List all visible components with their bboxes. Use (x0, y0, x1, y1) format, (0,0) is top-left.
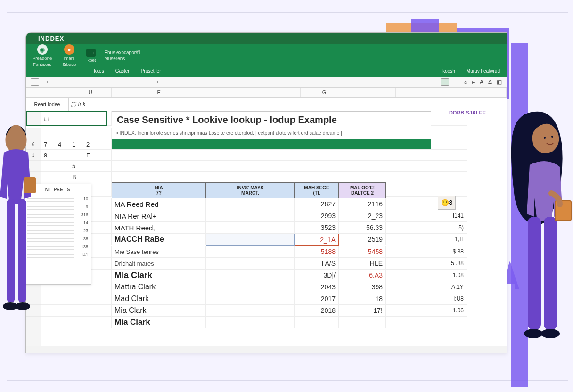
name-cell[interactable]: Mad Clark (112, 293, 206, 305)
cell[interactable] (69, 317, 83, 328)
cell[interactable] (206, 258, 295, 270)
cell[interactable] (386, 270, 431, 281)
col-j[interactable] (440, 88, 507, 97)
cell[interactable]: B (69, 172, 83, 182)
cell[interactable] (431, 172, 467, 182)
underline-icon[interactable]: A̲ (480, 79, 483, 85)
name-cell[interactable]: MATH Reed, (112, 222, 206, 234)
name-cell[interactable]: MACCH RaBe (112, 234, 206, 245)
ribbon-tab-praset[interactable]: Praset ler (141, 68, 161, 74)
cell[interactable] (55, 150, 69, 161)
side-cell[interactable]: A,1Y (431, 281, 467, 293)
side-label-box[interactable]: DORB SJALEE (439, 107, 496, 118)
cell[interactable]: 5 (69, 161, 83, 172)
cell[interactable] (206, 246, 295, 258)
ribbon-btn-roet[interactable]: ▭ Roet (84, 49, 98, 63)
name-cell[interactable]: Mia Clark (112, 317, 206, 328)
cell[interactable] (431, 182, 467, 197)
ribbon-right-koosh[interactable]: koosh (442, 68, 455, 74)
value-cell[interactable]: 56.33 (339, 222, 386, 234)
value-cell[interactable]: 2519 (339, 234, 386, 245)
value-cell[interactable]: 2827 (295, 198, 339, 210)
table-header-3[interactable]: MAH SEGE (Tl. (295, 182, 339, 198)
ribbon-tab-gaster[interactable]: Gaster (115, 68, 130, 74)
name-cell[interactable]: Mie Sase tenres (112, 246, 206, 258)
cell-selected[interactable] (206, 234, 295, 246)
cell[interactable] (83, 293, 112, 305)
cell[interactable] (386, 317, 431, 328)
cell[interactable] (386, 182, 431, 197)
col-e[interactable]: E (112, 88, 206, 97)
col-a[interactable] (26, 88, 69, 97)
dash-icon[interactable]: — (454, 79, 459, 85)
cell[interactable] (83, 161, 112, 172)
col-g[interactable]: G (301, 88, 348, 97)
cell[interactable] (55, 305, 69, 317)
name-box[interactable]: Reart Iodee (26, 98, 69, 111)
cell[interactable] (386, 222, 431, 234)
cell[interactable] (112, 150, 431, 161)
sheet-title[interactable]: Case Sensitive * Lookive lookup - lodup … (112, 111, 431, 128)
add-tab-2[interactable]: + (156, 79, 159, 85)
cell[interactable] (55, 317, 69, 328)
value-cell[interactable]: 2018 (295, 305, 339, 317)
cell[interactable] (41, 339, 467, 346)
name-cell[interactable]: Mattra Clark (112, 281, 206, 293)
chevron-right-icon[interactable]: ▸ (472, 79, 475, 85)
cell[interactable]: 1 (69, 139, 83, 150)
value-cell[interactable]: 18 (339, 293, 386, 305)
name-cell[interactable]: Mia Clark (112, 270, 206, 281)
cell[interactable] (83, 128, 112, 139)
value-cell[interactable] (339, 317, 386, 328)
cell[interactable] (55, 111, 69, 126)
cell[interactable] (386, 258, 431, 270)
options-icon[interactable]: ◧ (497, 79, 502, 85)
col-h[interactable] (348, 88, 396, 97)
side-cell[interactable]: 1,H (431, 234, 467, 245)
cell[interactable] (206, 198, 295, 210)
cell[interactable] (55, 128, 69, 139)
side-cell[interactable]: 1.06 (431, 305, 467, 317)
cell[interactable] (83, 317, 112, 328)
col-i[interactable] (396, 88, 441, 97)
row-head[interactable] (26, 339, 41, 346)
cell[interactable] (83, 305, 112, 317)
side-cell[interactable]: 5) (431, 222, 467, 234)
cell[interactable] (206, 305, 295, 317)
name-cell[interactable]: Mia Clark (112, 305, 206, 317)
fx-label[interactable]: ⬚ fnk (69, 98, 88, 111)
table-header-2[interactable]: INVS' MAYS MARCT. (206, 182, 295, 198)
table-header-1[interactable]: NIA 7? (112, 182, 206, 198)
cell[interactable] (206, 222, 295, 234)
cell[interactable] (386, 210, 431, 222)
name-cell[interactable]: Drichait mares (112, 258, 206, 270)
cell[interactable] (112, 161, 431, 172)
cell[interactable]: 2 (83, 139, 112, 150)
bold-icon[interactable]: Δ (488, 79, 492, 85)
layout-icon[interactable] (31, 78, 39, 86)
value-cell[interactable]: 2_1A (295, 234, 339, 246)
value-cell[interactable]: 2116 (339, 198, 386, 210)
cell[interactable] (431, 128, 467, 139)
value-cell[interactable]: 2017 (295, 293, 339, 305)
cell[interactable] (431, 161, 467, 172)
cell[interactable] (83, 172, 112, 182)
value-cell[interactable]: 2_23 (339, 210, 386, 222)
ribbon-tab-iotes[interactable]: Iotes (94, 68, 104, 74)
sheet-area[interactable]: ⬚ Case Sensitive * Lookive lookup - lodu… (26, 111, 507, 346)
value-cell[interactable]: 398 (339, 281, 386, 293)
side-small-box[interactable]: 🙂 8 (438, 196, 456, 210)
cell[interactable] (386, 198, 431, 210)
value-cell[interactable]: 3D|/ (295, 270, 339, 281)
mini-tab-3[interactable]: S (67, 187, 70, 192)
side-cell[interactable]: 1.08 (431, 270, 467, 281)
value-cell[interactable]: HLE (339, 258, 386, 270)
sheet-subtitle[interactable]: • INDEX. Inem lonole serres shncipr mias… (112, 128, 431, 138)
mini-tab-2[interactable]: PEE (54, 187, 63, 192)
col-u[interactable]: U (69, 88, 112, 97)
ribbon-btn-preadone[interactable]: ◉ Preadone Fantisers (31, 44, 54, 67)
cell[interactable] (41, 328, 467, 339)
cell[interactable] (206, 281, 295, 293)
mini-tab-1[interactable]: NI (45, 187, 50, 192)
cell[interactable] (386, 246, 431, 258)
